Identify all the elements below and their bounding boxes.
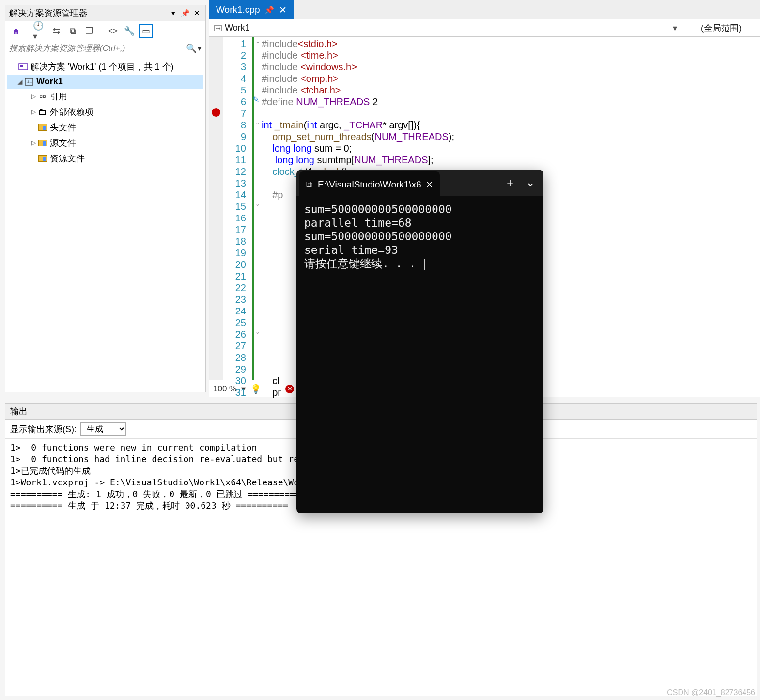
project-icon: ++ [24,78,34,86]
window-position-icon[interactable]: ▾ [169,8,178,18]
chevron-down-icon: ▾ [673,23,677,33]
terminal-title: E:\VisualStudio\Work1\x64\Re [318,179,421,190]
solution-tree: 解决方案 'Work1' (1 个项目，共 1 个) ◢ ++ Work1 ▷ … [5,56,205,169]
solution-node[interactable]: 解决方案 'Work1' (1 个项目，共 1 个) [7,59,203,75]
lightbulb-icon[interactable]: 💡 [250,384,261,394]
history-icon[interactable]: 🕙▾ [33,24,47,38]
expand-icon[interactable]: ▷ [30,93,37,100]
tree-item-headers[interactable]: 头文件 [7,120,203,135]
nav-member-dropdown[interactable]: (全局范围) [682,20,760,36]
preview-icon[interactable]: ▭ [139,24,153,38]
solution-explorer-header: 解决方案资源管理器 ▾ 📌 ✕ [5,5,205,21]
close-icon[interactable]: ✕ [426,179,433,190]
collapse-all-icon[interactable]: ⧉ [66,24,79,38]
chevron-down-icon[interactable]: ⌄ [526,176,535,189]
pin-icon[interactable]: 📌 [264,5,274,15]
tree-item-resources[interactable]: 资源文件 [7,151,203,166]
solution-explorer-title: 解决方案资源管理器 [9,7,167,19]
editor-tab-bar: Work1.cpp 📌 ✕ [209,0,760,19]
project-node[interactable]: ◢ ++ Work1 [7,75,203,89]
output-source-label: 显示输出来源(S): [10,423,77,435]
tab-label: Work1.cpp [216,4,260,15]
folder-icon [37,155,48,162]
svg-rect-1 [20,65,23,67]
output-source-select[interactable]: 生成 [80,422,126,436]
terminal-titlebar[interactable]: ⧉ E:\VisualStudio\Work1\x64\Re ✕ ＋ ⌄ [296,170,543,196]
line-number-gutter: 1234567891011121314151617181920212223242… [223,37,252,380]
watermark: CSDN @2401_82736456 [667,688,755,697]
breakpoint-gutter[interactable] [209,37,223,380]
close-icon[interactable]: ✕ [279,4,287,16]
solution-search-input[interactable] [9,44,186,53]
properties-icon[interactable]: 🔧 [123,24,136,38]
solution-explorer-panel: 解决方案资源管理器 ▾ 📌 ✕ 🕙▾ ⇆ ⧉ ❐ <> 🔧 ▭ 🔍▾ 解决方案 … [5,5,206,392]
terminal-tab[interactable]: ⧉ E:\VisualStudio\Work1\x64\Re ✕ [299,171,440,198]
close-icon[interactable]: ✕ [192,8,202,18]
terminal-window: ⧉ E:\VisualStudio\Work1\x64\Re ✕ ＋ ⌄ sum… [296,170,543,513]
solution-explorer-toolbar: 🕙▾ ⇆ ⧉ ❐ <> 🔧 ▭ [5,21,205,41]
folder-icon [37,140,48,146]
svg-text:++: ++ [27,79,32,85]
solution-search: 🔍▾ [5,41,205,56]
show-all-icon[interactable]: ❐ [82,24,96,38]
code-icon[interactable]: <> [106,24,120,38]
folding-gutter[interactable]: ⌄⌄⌄⌄ [252,37,262,380]
external-icon: 🗀 [37,107,48,117]
solution-icon [18,63,29,71]
svg-text:++: ++ [216,26,221,31]
expand-icon[interactable]: ▷ [30,140,37,146]
solution-label: 解决方案 'Work1' (1 个项目，共 1 个) [31,61,174,73]
breakpoint-icon[interactable] [212,108,220,117]
terminal-actions: ＋ ⌄ [496,175,543,190]
expand-icon[interactable]: ▷ [30,109,37,115]
home-icon[interactable] [9,24,23,38]
collapse-icon[interactable]: ◢ [16,78,24,85]
tree-item-external[interactable]: ▷ 🗀 外部依赖项 [7,104,203,120]
search-icon[interactable]: 🔍▾ [186,43,202,54]
references-icon: ▫▫ [37,92,48,102]
new-tab-button[interactable]: ＋ [505,175,515,190]
cmd-icon: ⧉ [306,179,313,190]
folder-icon [37,124,48,131]
tree-item-sources[interactable]: ▷ 源文件 [7,135,203,151]
code-nav-bar: ++ Work1 ▾ (全局范围) [209,19,760,37]
tree-item-references[interactable]: ▷ ▫▫ 引用 [7,89,203,104]
editor-tab-active[interactable]: Work1.cpp 📌 ✕ [209,0,294,19]
terminal-body[interactable]: sum=500000000500000000 parallel time=68 … [296,196,543,513]
project-label: Work1 [36,77,63,87]
pin-icon[interactable]: 📌 [180,8,190,18]
nav-scope-dropdown[interactable]: ++ Work1 ▾ [209,21,682,35]
sync-icon[interactable]: ⇆ [49,24,63,38]
